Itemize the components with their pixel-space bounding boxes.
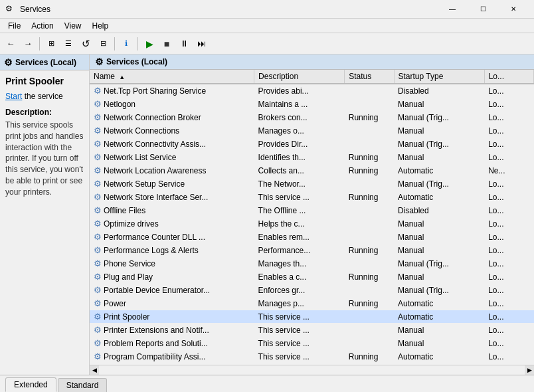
- scroll-track[interactable]: [99, 365, 525, 374]
- close-button[interactable]: ✕: [498, 0, 529, 19]
- service-icon: ⚙: [94, 258, 102, 268]
- table-row[interactable]: ⚙Network Connection BrokerBrokers con...…: [90, 111, 534, 124]
- show-console-tree-button[interactable]: ⊞: [43, 36, 59, 52]
- table-row[interactable]: ⚙Plug and PlayEnables a c...RunningManua…: [90, 270, 534, 284]
- service-desc-cell: The Networ...: [254, 177, 345, 191]
- properties-button[interactable]: ℹ: [118, 36, 134, 52]
- service-logon-cell: Lo...: [484, 204, 533, 217]
- table-row[interactable]: ⚙Offline FilesThe Offline ...DisabledLo.…: [90, 204, 534, 217]
- table-row[interactable]: ⚙Performance Counter DLL ...Enables rem.…: [90, 231, 534, 244]
- start-service-button[interactable]: ▶: [141, 36, 157, 52]
- pause-service-button[interactable]: ⏸: [176, 36, 192, 52]
- service-startup-cell: Automatic: [394, 164, 484, 177]
- table-row[interactable]: ⚙Printer Extensions and Notif...This ser…: [90, 324, 534, 337]
- col-header-description[interactable]: Description: [254, 70, 345, 84]
- minimize-button[interactable]: —: [437, 0, 468, 19]
- services-table-container[interactable]: Name ▲ Description Status Startup Type L…: [90, 70, 534, 365]
- service-status-cell: Running: [345, 244, 394, 257]
- service-startup-cell: Manual: [394, 231, 484, 244]
- service-logon-cell: Lo...: [484, 217, 533, 231]
- scroll-right-button[interactable]: ▶: [525, 365, 534, 375]
- service-logon-cell: Lo...: [484, 310, 533, 324]
- forward-button[interactable]: →: [20, 36, 36, 52]
- tab-extended[interactable]: Extended: [5, 377, 56, 392]
- service-startup-cell: Manual: [394, 98, 484, 111]
- table-row[interactable]: ⚙Network Setup ServiceThe Networ...Manua…: [90, 177, 534, 191]
- service-name-cell: ⚙Offline Files: [90, 204, 254, 217]
- service-logon-cell: Lo...: [484, 337, 533, 350]
- table-row[interactable]: ⚙Network List ServiceIdentifies th...Run…: [90, 151, 534, 164]
- service-logon-cell: Lo...: [484, 98, 533, 111]
- service-icon: ⚙: [94, 351, 102, 361]
- service-icon: ⚙: [94, 325, 102, 335]
- service-action-container: Start the service: [5, 92, 84, 101]
- stop-service-button[interactable]: ■: [159, 36, 175, 52]
- service-logon-cell: Lo...: [484, 151, 533, 164]
- start-service-link[interactable]: Start: [5, 92, 22, 101]
- service-name-cell: ⚙Network Location Awareness: [90, 164, 254, 177]
- service-startup-cell: Manual: [394, 324, 484, 337]
- restart-service-button[interactable]: ⏭: [193, 36, 209, 52]
- app-icon: ⚙: [5, 4, 16, 15]
- col-header-startup[interactable]: Startup Type: [394, 70, 484, 84]
- service-startup-cell: Manual (Trig...: [394, 177, 484, 191]
- service-logon-cell: Lo...: [484, 297, 533, 310]
- service-status-cell: [345, 257, 394, 270]
- table-row[interactable]: ⚙Performance Logs & AlertsPerformance...…: [90, 244, 534, 257]
- back-button[interactable]: ←: [3, 36, 19, 52]
- table-row[interactable]: ⚙NetlogonMaintains a ...ManualLo...: [90, 98, 534, 111]
- service-desc-cell: Provides abi...: [254, 84, 345, 98]
- service-startup-cell: Automatic: [394, 310, 484, 324]
- table-row[interactable]: ⚙Network Store Interface Ser...This serv…: [90, 191, 534, 204]
- tab-standard[interactable]: Standard: [58, 378, 108, 392]
- menu-view[interactable]: View: [59, 20, 87, 32]
- table-row[interactable]: ⚙Portable Device Enumerator...Enforces g…: [90, 284, 534, 297]
- service-icon: ⚙: [94, 312, 102, 322]
- table-row[interactable]: ⚙Optimize drivesHelps the c...ManualLo..…: [90, 217, 534, 231]
- service-startup-cell: Automatic: [394, 191, 484, 204]
- service-desc-cell: Maintains a ...: [254, 98, 345, 111]
- scroll-left-button[interactable]: ◀: [90, 365, 99, 375]
- right-panel-header: ⚙ Services (Local): [90, 54, 534, 70]
- service-desc-cell: Manages p...: [254, 297, 345, 310]
- description-label: Description:: [5, 108, 84, 117]
- service-desc-cell: Helps the c...: [254, 217, 345, 231]
- col-header-name[interactable]: Name ▲: [90, 70, 254, 84]
- maximize-button[interactable]: ☐: [468, 0, 498, 19]
- table-row[interactable]: ⚙Network Connectivity Assis...Provides D…: [90, 138, 534, 151]
- table-row[interactable]: ⚙Net.Tcp Port Sharing ServiceProvides ab…: [90, 84, 534, 98]
- service-desc-cell: Provides Dir...: [254, 138, 345, 151]
- menu-help[interactable]: Help: [87, 20, 114, 32]
- table-row[interactable]: ⚙Network Location AwarenessCollects an..…: [90, 164, 534, 177]
- left-panel-header-icon: ⚙: [4, 57, 13, 68]
- service-status-cell: [345, 124, 394, 138]
- toolbar-separator-2: [114, 37, 115, 50]
- table-row[interactable]: ⚙PowerManages p...RunningAutomaticLo...: [90, 297, 534, 310]
- service-icon: ⚙: [94, 192, 102, 202]
- table-row[interactable]: ⚙Phone ServiceManages th...Manual (Trig.…: [90, 257, 534, 270]
- table-row[interactable]: ⚙Program Compatibility Assi...This servi…: [90, 350, 534, 363]
- service-startup-cell: Manual: [394, 217, 484, 231]
- table-row[interactable]: ⚙Print SpoolerThis service ...AutomaticL…: [90, 310, 534, 324]
- export-button[interactable]: ⊟: [95, 36, 111, 52]
- table-row[interactable]: ⚙Problem Reports and Soluti...This servi…: [90, 337, 534, 350]
- service-startup-cell: Manual (Trig...: [394, 284, 484, 297]
- show-scope-button[interactable]: ☰: [60, 36, 76, 52]
- menu-action[interactable]: Action: [26, 20, 58, 32]
- col-header-logon[interactable]: Lo...: [484, 70, 533, 84]
- table-row[interactable]: ⚙Network ConnectionsManages o...ManualLo…: [90, 124, 534, 138]
- service-name-cell: ⚙Power: [90, 297, 254, 310]
- refresh-button[interactable]: ↺: [78, 36, 94, 52]
- service-name-cell: ⚙Network List Service: [90, 151, 254, 164]
- service-name-cell: ⚙Printer Extensions and Notif...: [90, 324, 254, 337]
- service-logon-cell: Lo...: [484, 284, 533, 297]
- service-name-cell: ⚙Network Connections: [90, 124, 254, 138]
- service-logon-cell: Lo...: [484, 270, 533, 284]
- service-name-cell: ⚙Optimize drives: [90, 217, 254, 231]
- service-logon-cell: Lo...: [484, 191, 533, 204]
- horizontal-scrollbar[interactable]: ◀ ▶: [90, 365, 534, 374]
- menu-file[interactable]: File: [3, 20, 26, 32]
- service-startup-cell: Disabled: [394, 204, 484, 217]
- service-startup-cell: Manual: [394, 151, 484, 164]
- col-header-status[interactable]: Status: [345, 70, 394, 84]
